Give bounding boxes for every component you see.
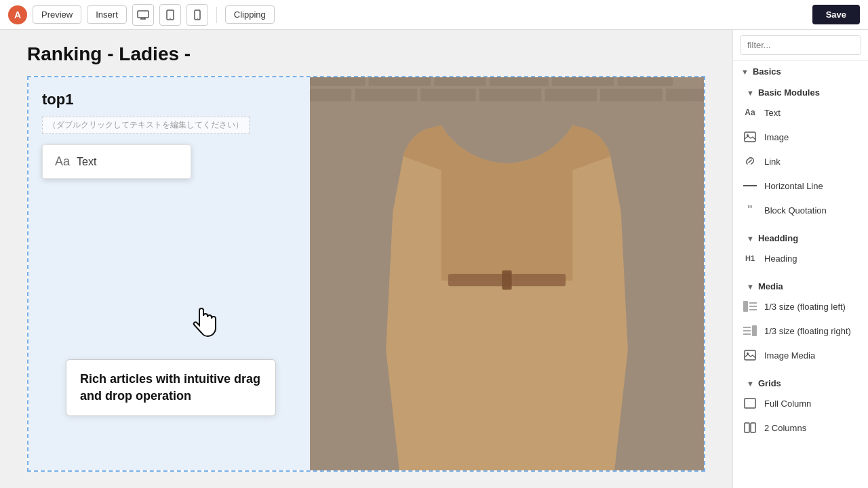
page-title: Ranking - Ladies - [27,43,705,65]
sidebar-item-heading[interactable]: H1 Heading [733,246,868,270]
basic-modules-title: Basic Modules [758,87,820,98]
svg-rect-11 [434,77,486,86]
media-header[interactable]: ▼ Media [733,276,868,294]
svg-rect-27 [743,301,748,312]
heading-icon: H1 [743,251,757,266]
svg-rect-12 [490,77,549,86]
sidebar-subsection-basic-modules: ▼ Basic Modules Aa Text Image Link [733,79,868,225]
svg-rect-18 [479,89,542,101]
link-label: Link [764,157,781,167]
grids-chevron-icon: ▼ [747,380,754,388]
image-label: Image [764,132,789,142]
canvas-left: top1 （ダブルクリックしてテキストを編集してください） Aa Text [28,77,310,470]
sidebar-section-basics[interactable]: ▼ Basics [733,61,868,79]
sidebar-item-horizontal-line[interactable]: Horizontal Line [733,174,868,198]
canvas: top1 （ダブルクリックしてテキストを編集してください） Aa Text [27,76,705,472]
svg-rect-9 [310,77,366,86]
sidebar-item-image-media[interactable]: Image Media [733,343,868,367]
clipping-button[interactable]: Clipping [225,5,275,24]
editor-area: Ranking - Ladies - top1 （ダブルクリックしてテキストを編… [0,30,732,488]
sidebar-subsection-headding: ▼ Headding H1 Heading [733,225,868,273]
svg-rect-14 [618,77,673,86]
save-button[interactable]: Save [812,5,860,24]
image-icon [743,129,757,144]
horizontal-line-icon [743,178,757,193]
insert-button[interactable]: Insert [87,5,127,24]
filter-input[interactable] [740,35,861,55]
headding-title: Headding [758,233,798,243]
block-quotation-label: Block Quotation [764,205,827,216]
grids-header[interactable]: ▼ Grids [733,373,868,391]
float-right-icon [743,323,757,338]
sidebar-item-image[interactable]: Image [733,125,868,149]
heading-label: Heading [764,253,797,264]
svg-rect-20 [600,89,663,101]
sidebar-item-float-right[interactable]: 1/3 size (floating right) [733,319,868,343]
text-type-icon: Aa [743,105,757,120]
hand-cursor-icon [191,308,221,348]
canvas-right-image [310,77,704,470]
svg-rect-31 [752,325,757,336]
svg-rect-35 [745,350,755,360]
tablet-view-button[interactable] [159,4,181,26]
link-icon [743,154,757,169]
media-chevron-icon: ▼ [747,283,754,291]
grids-title: Grids [758,378,781,388]
svg-rect-13 [552,77,614,86]
svg-rect-19 [545,89,597,101]
drag-preview-label: Text [77,156,96,168]
horizontal-line-label: Horizontal Line [764,181,823,191]
svg-rect-15 [310,89,351,101]
top1-label: top1 [42,91,296,108]
placeholder-hint[interactable]: （ダブルクリックしてテキストを編集してください） [42,117,250,134]
svg-rect-17 [420,89,476,101]
sidebar-item-link[interactable]: Link [733,149,868,174]
desktop-view-button[interactable] [132,4,154,26]
full-column-label: Full Column [764,399,811,409]
app-logo[interactable]: A [8,5,27,24]
svg-rect-39 [751,423,755,432]
sidebar: ▼ Basics ▼ Basic Modules Aa Text Image [732,30,868,488]
basics-title: Basics [753,66,781,77]
svg-rect-37 [745,399,755,408]
basic-modules-header[interactable]: ▼ Basic Modules [733,82,868,100]
float-left-icon [743,299,757,314]
sidebar-item-full-column[interactable]: Full Column [733,391,868,415]
image-media-label: Image Media [764,350,815,361]
sidebar-item-text[interactable]: Aa Text [733,100,868,125]
svg-rect-24 [745,132,755,142]
headding-header[interactable]: ▼ Headding [733,228,868,246]
float-left-label: 1/3 size (floating left) [764,302,846,312]
basic-modules-chevron-icon: ▼ [747,89,754,97]
drag-preview-icon: Aa [55,155,70,169]
svg-point-36 [747,352,749,354]
sidebar-filter-area [733,30,868,61]
text-label: Text [764,108,781,118]
sidebar-item-two-columns[interactable]: 2 Columns [733,415,868,440]
toolbar: A Preview Insert Clipping Save [0,0,868,30]
canvas-inner: top1 （ダブルクリックしてテキストを編集してください） Aa Text [28,77,704,470]
svg-point-5 [170,18,171,19]
sidebar-item-float-left[interactable]: 1/3 size (floating left) [733,294,868,319]
two-columns-label: 2 Columns [764,423,806,433]
block-quotation-icon: " [743,203,757,218]
sidebar-subsection-grids: ▼ Grids Full Column 2 Columns [733,370,868,443]
media-title: Media [758,281,783,291]
image-media-icon [743,348,757,363]
two-columns-icon [743,420,757,435]
svg-rect-16 [355,89,417,101]
headding-chevron-icon: ▼ [747,235,754,243]
tooltip-box: Rich articles with intuitive drag and dr… [66,359,276,416]
preview-button[interactable]: Preview [33,5,81,24]
sidebar-subsection-media: ▼ Media 1/3 size (floating left) 1/3 siz… [733,273,868,370]
main-layout: Ranking - Ladies - top1 （ダブルクリックしてテキストを編… [0,30,868,488]
full-column-icon [743,396,757,411]
svg-rect-23 [502,270,511,290]
float-right-label: 1/3 size (floating right) [764,326,851,336]
svg-rect-38 [745,423,749,432]
drag-preview: Aa Text [42,144,191,179]
sidebar-item-block-quotation[interactable]: " Block Quotation [733,198,868,222]
mobile-view-button[interactable] [186,4,208,26]
basics-chevron-icon: ▼ [741,68,749,76]
svg-point-7 [197,18,198,19]
